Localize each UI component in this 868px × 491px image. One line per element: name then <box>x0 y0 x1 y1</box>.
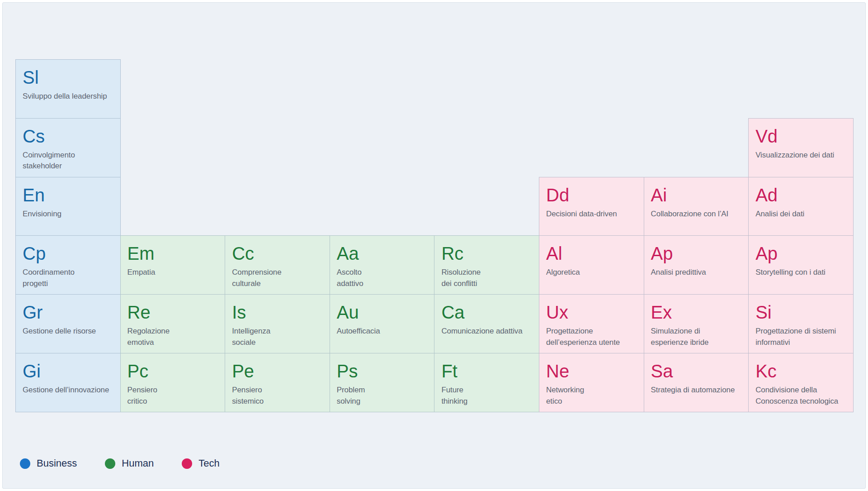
legend: Business Human Tech <box>20 458 220 469</box>
element-symbol: Ap <box>755 243 849 264</box>
element-symbol: Dd <box>546 185 640 205</box>
element-cell-pc: PcPensiero critico <box>120 353 226 412</box>
element-name: Simulazione di esperienze ibride <box>651 326 745 348</box>
element-name: Risoluzione dei conflitti <box>441 267 535 289</box>
element-symbol: Gi <box>23 361 117 381</box>
element-symbol: Al <box>546 243 640 264</box>
element-symbol: Si <box>755 302 849 323</box>
element-name: Visualizzazione dei dati <box>755 150 849 161</box>
skills-periodic-table-canvas: SlSviluppo della leadershipCsCoinvolgime… <box>2 2 866 489</box>
element-symbol: Ap <box>651 243 745 264</box>
element-name: Pensiero critico <box>127 385 222 407</box>
element-name: Progettazione di sistemi informativi <box>755 326 849 348</box>
element-symbol: Au <box>337 302 431 323</box>
element-name: Pensiero sistemico <box>232 385 326 407</box>
element-cell-ap: ApAnalisi predittiva <box>644 235 749 295</box>
element-cell-gr: GrGestione delle risorse <box>15 294 121 353</box>
element-name: Collaborazione con l’AI <box>651 209 745 220</box>
element-cell-ne: NeNetworking etico <box>539 353 644 412</box>
element-name: Problem solving <box>337 385 431 407</box>
element-name: Coordinamento progetti <box>23 267 117 289</box>
element-name: Networking etico <box>546 385 640 407</box>
element-symbol: Aa <box>337 243 431 264</box>
element-symbol: Cs <box>23 126 117 147</box>
element-name: Sviluppo della leadership <box>23 91 117 102</box>
tech-color-dot <box>182 458 192 469</box>
element-name: Gestione delle risorse <box>23 326 117 337</box>
element-symbol: Pe <box>232 361 326 381</box>
element-symbol: Ex <box>651 302 745 323</box>
element-cell-ft: FtFuture thinking <box>434 353 539 412</box>
element-symbol: En <box>23 185 117 205</box>
element-name: Decisioni data-driven <box>546 209 640 220</box>
element-cell-vd: VdVisualizzazione dei dati <box>748 118 854 177</box>
element-cell-ca: CaComunicazione adattiva <box>434 294 539 353</box>
element-symbol: Vd <box>755 126 849 147</box>
element-cell-au: AuAutoefficacia <box>330 294 435 353</box>
element-cell-ai: AiCollaborazione con l’AI <box>644 177 749 236</box>
element-symbol: Ps <box>337 361 431 381</box>
element-name: Coinvolgimento stakeholder <box>23 150 117 172</box>
element-cell-kc: KcCondivisione della Conoscenza tecnolog… <box>748 353 854 412</box>
element-cell-sl: SlSviluppo della leadership <box>15 59 121 119</box>
element-cell-pe: PePensiero sistemico <box>225 353 330 412</box>
element-symbol: Kc <box>755 361 849 381</box>
legend-item-human: Human <box>105 458 154 469</box>
element-name: Autoefficacia <box>337 326 431 337</box>
element-symbol: Ux <box>546 302 640 323</box>
element-cell-ap: ApStorytelling con i dati <box>748 235 854 295</box>
element-name: Algoretica <box>546 267 640 278</box>
element-name: Strategia di automazione <box>651 385 745 396</box>
element-cell-dd: DdDecisioni data-driven <box>539 177 644 236</box>
element-name: Analisi dei dati <box>755 209 849 220</box>
element-name: Gestione dell’innovazione <box>23 385 117 396</box>
element-symbol: Rc <box>441 243 535 264</box>
element-symbol: Ft <box>441 361 535 381</box>
element-symbol: Em <box>127 243 222 264</box>
element-cell-gi: GiGestione dell’innovazione <box>15 353 121 412</box>
human-color-dot <box>105 458 115 469</box>
element-symbol: Sl <box>23 67 117 88</box>
element-symbol: Is <box>232 302 326 323</box>
element-symbol: Gr <box>23 302 117 323</box>
element-cell-cp: CpCoordinamento progetti <box>15 235 121 295</box>
element-symbol: Ne <box>546 361 640 381</box>
element-cell-re: ReRegolazione emotiva <box>120 294 226 353</box>
element-cell-ad: AdAnalisi dei dati <box>748 177 854 236</box>
element-symbol: Sa <box>651 361 745 381</box>
element-cell-cs: CsCoinvolgimento stakeholder <box>15 118 121 177</box>
element-cell-rc: RcRisoluzione dei conflitti <box>434 235 539 295</box>
legend-label-business: Business <box>37 458 77 469</box>
element-cell-em: EmEmpatia <box>120 235 226 295</box>
element-symbol: Cc <box>232 243 326 264</box>
element-name: Ascolto adattivo <box>337 267 431 289</box>
element-cell-al: AlAlgoretica <box>539 235 644 295</box>
element-cell-ux: UxProgettazione dell’esperienza utente <box>539 294 644 353</box>
legend-label-tech: Tech <box>198 458 219 469</box>
element-cell-ex: ExSimulazione di esperienze ibride <box>644 294 749 353</box>
element-name: Empatia <box>127 267 222 278</box>
element-symbol: Ad <box>755 185 849 205</box>
periodic-grid: SlSviluppo della leadershipCsCoinvolgime… <box>3 3 865 488</box>
element-cell-en: EnEnvisioning <box>15 177 121 236</box>
element-cell-is: IsIntelligenza sociale <box>225 294 330 353</box>
element-cell-aa: AaAscolto adattivo <box>330 235 435 295</box>
legend-item-business: Business <box>20 458 77 469</box>
element-cell-si: SiProgettazione di sistemi informativi <box>748 294 854 353</box>
legend-label-human: Human <box>122 458 154 469</box>
element-name: Regolazione emotiva <box>127 326 222 348</box>
element-cell-ps: PsProblem solving <box>330 353 435 412</box>
element-name: Condivisione della Conoscenza tecnologic… <box>755 385 849 407</box>
element-name: Progettazione dell’esperienza utente <box>546 326 640 348</box>
element-name: Analisi predittiva <box>651 267 745 278</box>
element-name: Intelligenza sociale <box>232 326 326 348</box>
element-name: Storytelling con i dati <box>755 267 849 278</box>
element-name: Comprensione culturale <box>232 267 326 289</box>
element-symbol: Re <box>127 302 222 323</box>
legend-item-tech: Tech <box>182 458 219 469</box>
element-name: Envisioning <box>23 209 117 220</box>
element-symbol: Cp <box>23 243 117 264</box>
element-name: Comunicazione adattiva <box>441 326 535 337</box>
element-cell-sa: SaStrategia di automazione <box>644 353 749 412</box>
element-symbol: Ai <box>651 185 745 205</box>
